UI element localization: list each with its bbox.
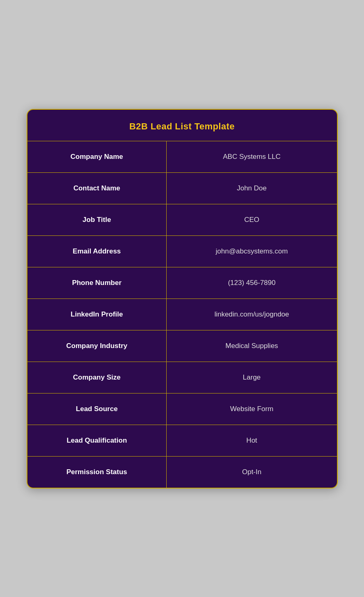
field-value: Opt-In <box>167 456 337 488</box>
field-value: Medical Supplies <box>167 330 337 362</box>
field-label: LinkedIn Profile <box>27 298 167 330</box>
table-row: Phone Number(123) 456-7890 <box>27 267 337 298</box>
field-label: Lead Qualification <box>27 425 167 456</box>
table-row: Lead SourceWebsite Form <box>27 393 337 425</box>
field-value: John Doe <box>167 172 337 204</box>
field-value: john@abcsystems.com <box>167 235 337 267</box>
field-label: Job Title <box>27 204 167 235</box>
field-value: CEO <box>167 204 337 235</box>
field-value: (123) 456-7890 <box>167 267 337 298</box>
table-row: Contact NameJohn Doe <box>27 172 337 204</box>
table-row: Company SizeLarge <box>27 362 337 393</box>
field-label: Phone Number <box>27 267 167 298</box>
table-row: Lead QualificationHot <box>27 425 337 456</box>
table-row: Job TitleCEO <box>27 204 337 235</box>
field-label: Contact Name <box>27 172 167 204</box>
field-label: Company Industry <box>27 330 167 362</box>
table-row: LinkedIn Profilelinkedin.com/us/jogndoe <box>27 298 337 330</box>
lead-table: Company NameABC Systems LLCContact NameJ… <box>27 141 337 488</box>
field-label: Company Name <box>27 141 167 173</box>
field-value: Website Form <box>167 393 337 425</box>
field-value: ABC Systems LLC <box>167 141 337 173</box>
field-label: Company Size <box>27 362 167 393</box>
table-row: Permission StatusOpt-In <box>27 456 337 488</box>
field-label: Permission Status <box>27 456 167 488</box>
table-row: Email Addressjohn@abcsystems.com <box>27 235 337 267</box>
card-title: B2B Lead List Template <box>27 110 337 141</box>
field-label: Email Address <box>27 235 167 267</box>
field-label: Lead Source <box>27 393 167 425</box>
field-value: Large <box>167 362 337 393</box>
lead-card: B2B Lead List Template Company NameABC S… <box>27 109 338 488</box>
table-row: Company NameABC Systems LLC <box>27 141 337 173</box>
field-value: Hot <box>167 425 337 456</box>
field-value: linkedin.com/us/jogndoe <box>167 298 337 330</box>
table-row: Company IndustryMedical Supplies <box>27 330 337 362</box>
